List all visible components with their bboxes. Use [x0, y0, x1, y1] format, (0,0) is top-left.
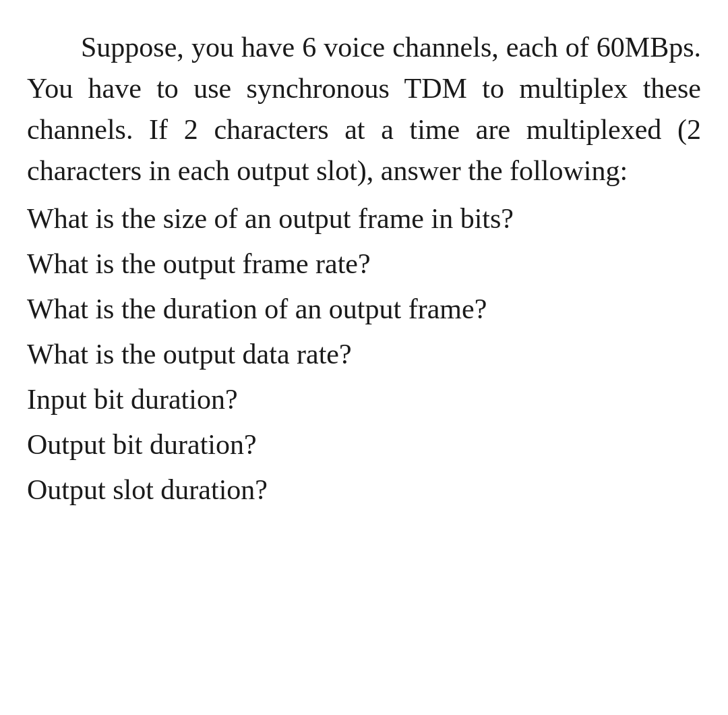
question-2: What is the output frame rate? — [27, 242, 701, 286]
question-3: What is the duration of an output frame? — [27, 287, 701, 331]
question-5: Input bit duration? — [27, 378, 701, 422]
question-6: Output bit duration? — [27, 423, 701, 467]
question-1: What is the size of an output frame in b… — [27, 197, 701, 241]
questions-list: What is the size of an output frame in b… — [27, 197, 701, 513]
main-paragraph: Suppose, you have 6 voice channels, each… — [27, 27, 701, 192]
main-content: Suppose, you have 6 voice channels, each… — [0, 0, 728, 540]
question-7: Output slot duration? — [27, 468, 701, 512]
question-4: What is the output data rate? — [27, 333, 701, 376]
